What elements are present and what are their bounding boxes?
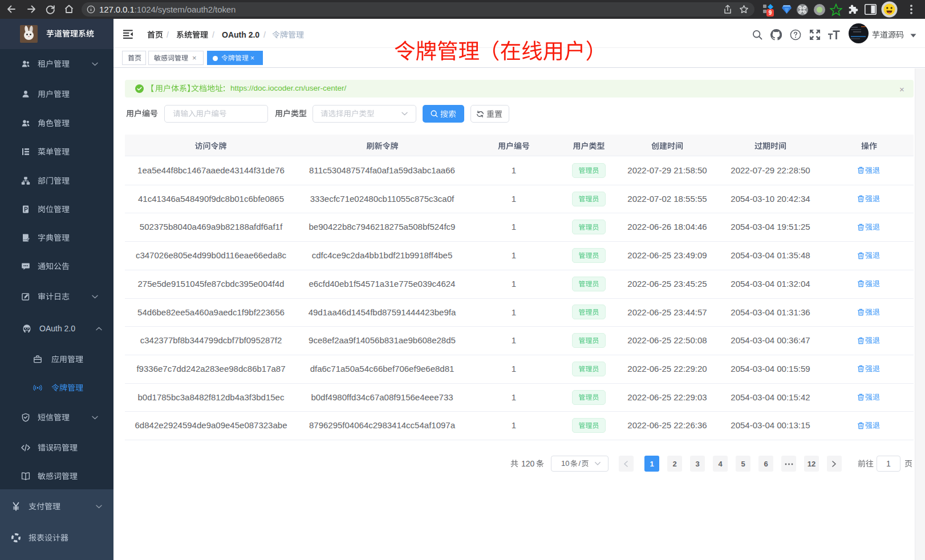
- svg-text:9: 9: [769, 10, 772, 16]
